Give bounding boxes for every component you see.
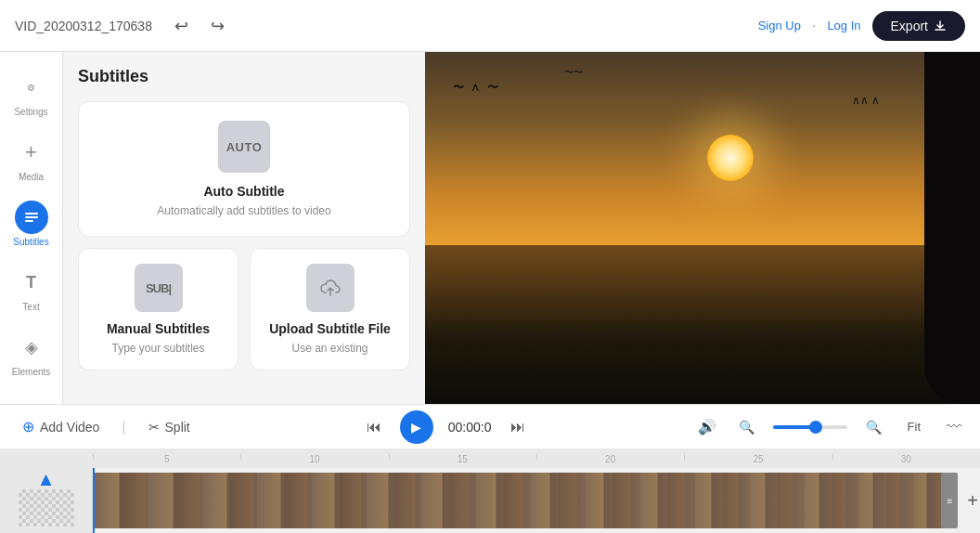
ruler-mark-30: 30 (832, 454, 980, 464)
redo-button[interactable]: ↪ (203, 12, 232, 40)
sidebar-item-elements[interactable]: ◈ Elements (6, 323, 58, 384)
auto-icon: AUTO (218, 121, 270, 173)
video-area: 〜 ∧ 〜 〜〜 ∧∧ ∧ (425, 52, 980, 404)
sidebar-item-settings[interactable]: ⚙ Settings (6, 63, 58, 124)
manual-subtitle-title: Manual Subtitles (107, 321, 210, 336)
zoom-in-button[interactable]: 🔍 (862, 416, 885, 438)
sidebar-item-media[interactable]: + Media (6, 128, 58, 189)
play-icon: ▶ (411, 420, 421, 435)
birds-decoration-2: 〜〜 (564, 66, 583, 79)
subtitle-panel: Subtitles AUTO Auto Subtitle Automatical… (63, 52, 425, 404)
ruler-mark-20: 20 (536, 454, 684, 464)
sidebar-label-settings: Settings (14, 107, 47, 117)
track-end-marker: ≡ (941, 473, 958, 528)
video-frame: 〜 ∧ 〜 〜〜 ∧∧ ∧ (425, 52, 980, 404)
controls-separator-1: | (122, 419, 125, 436)
manual-subtitle-desc: Type your subtitles (111, 342, 204, 355)
water-decoration (425, 245, 980, 404)
timeline-tracks: ≡ + (0, 468, 980, 533)
export-button[interactable]: Export (872, 11, 965, 41)
play-button[interactable]: ▶ (400, 410, 433, 444)
dot-separator: · (812, 18, 816, 34)
undo-button[interactable]: ↩ (167, 12, 196, 40)
auto-subtitle-desc: Automatically add subtitles to video (157, 204, 330, 217)
upload-subtitle-desc: Use an existing (291, 342, 368, 355)
svg-rect-1 (25, 216, 38, 218)
rewind-button[interactable]: ⏮ (363, 415, 385, 439)
ruler-marks: 5 10 15 20 25 30 (93, 454, 980, 464)
video-track-thumbnails (93, 473, 958, 528)
controls-center: ⏮ ▶ 00:00:0 ⏭ (213, 410, 679, 444)
topbar-nav: ↩ ↪ (167, 12, 232, 40)
fast-forward-button[interactable]: ⏭ (507, 415, 529, 439)
upload-icon (306, 264, 355, 312)
topbar-right: Sign Up · Log In Export (449, 11, 965, 41)
topbar: VID_20200312_170638 ↩ ↪ Sign Up · Log In… (0, 0, 980, 52)
ruler-mark-15: 15 (389, 454, 536, 464)
sidebar-item-text[interactable]: T Text (6, 258, 58, 319)
media-icon: + (15, 136, 48, 169)
cloud-upload-svg (318, 276, 342, 300)
sidebar-label-subtitles: Subtitles (13, 237, 48, 247)
timeline-ruler: 5 10 15 20 25 30 (0, 449, 980, 468)
controls-bar: ⊕ Add Video | ✂ Split ⏮ ▶ 00:00:0 ⏭ 🔊 🔍 … (0, 405, 980, 449)
split-button[interactable]: ✂ Split (141, 416, 198, 438)
subtitles-svg (23, 209, 40, 226)
playhead (93, 468, 95, 533)
subtitles-icon (15, 201, 48, 234)
ruler-mark-10: 10 (240, 454, 388, 464)
subtitle-cards-row: SUB| Manual Subtitles Type your subtitle… (78, 248, 410, 370)
transitions-icon: ⧉ (15, 396, 48, 404)
manual-icon: SUB| (135, 264, 183, 312)
manual-subtitle-card[interactable]: SUB| Manual Subtitles Type your subtitle… (78, 248, 239, 370)
sidebar-item-transitions[interactable]: ⧉ Transitions (6, 388, 58, 404)
export-icon (934, 20, 947, 32)
subtitle-panel-title: Subtitles (78, 67, 410, 86)
elements-icon: ◈ (15, 331, 48, 364)
upload-subtitle-card[interactable]: Upload Subtitle File Use an existing (250, 248, 410, 370)
sidebar-label-elements: Elements (12, 367, 51, 377)
tracks-content[interactable]: ≡ (93, 468, 965, 533)
add-video-icon: ⊕ (22, 418, 34, 436)
waveform-button[interactable]: 〰 (943, 415, 965, 439)
arch-decoration (924, 52, 980, 404)
filename-label: VID_20200312_170638 (15, 19, 152, 33)
volume-button[interactable]: 🔊 (694, 414, 720, 439)
scissors-icon: ✂ (148, 420, 160, 435)
upload-subtitle-title: Upload Subtitle File (269, 321, 391, 336)
add-video-button[interactable]: ⊕ Add Video (15, 414, 107, 439)
birds-decoration-3: ∧∧ ∧ (852, 94, 880, 107)
zoom-slider[interactable] (773, 425, 847, 429)
zoom-out-button[interactable]: 🔍 (735, 416, 758, 438)
topbar-left: VID_20200312_170638 ↩ ↪ (15, 12, 449, 40)
sidebar-label-text: Text (22, 302, 39, 312)
birds-decoration: 〜 ∧ 〜 (453, 80, 500, 96)
login-link[interactable]: Log In (827, 19, 860, 32)
timeline-area: 5 10 15 20 25 30 ≡ + (0, 449, 980, 533)
bottom-section: ⊕ Add Video | ✂ Split ⏮ ▶ 00:00:0 ⏭ 🔊 🔍 … (0, 404, 980, 533)
text-icon: T (15, 266, 48, 299)
svg-rect-0 (25, 213, 38, 214)
icon-sidebar: ⚙ Settings + Media Subtitles T Text ◈ El… (0, 52, 63, 404)
ruler-mark-25: 25 (684, 454, 832, 464)
signup-link[interactable]: Sign Up (758, 19, 801, 32)
fit-button[interactable]: Fit (900, 416, 928, 437)
add-track-button[interactable]: + (967, 468, 978, 533)
zoom-slider-container (773, 425, 847, 429)
video-track[interactable] (93, 473, 958, 528)
sidebar-label-media: Media (19, 172, 44, 182)
auto-subtitle-title: Auto Subtitle (203, 184, 284, 199)
auto-subtitle-card[interactable]: AUTO Auto Subtitle Automatically add sub… (78, 101, 410, 237)
sidebar-item-subtitles[interactable]: Subtitles (6, 193, 58, 254)
sun-decoration (707, 135, 754, 181)
main-content: ⚙ Settings + Media Subtitles T Text ◈ El… (0, 52, 980, 404)
time-display: 00:00:0 (448, 420, 492, 435)
ruler-mark-5: 5 (93, 454, 240, 464)
playhead-indicator (41, 474, 52, 486)
settings-icon: ⚙ (15, 71, 48, 104)
svg-rect-2 (25, 220, 33, 222)
track-label-col (0, 468, 93, 533)
checkerboard-thumbnail (19, 489, 74, 526)
